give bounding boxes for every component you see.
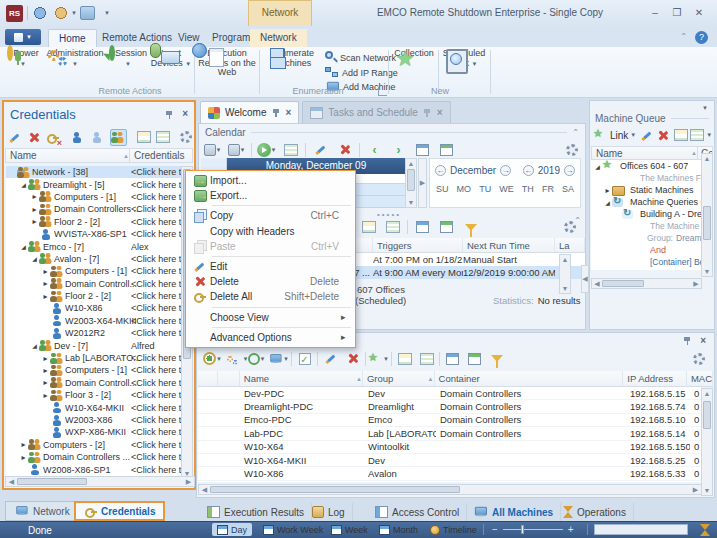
tree-node-credential[interactable]: <Click here t: [131, 180, 184, 190]
context-menu-item[interactable]: Import...: [186, 173, 355, 188]
session-action-button[interactable]: ▼: [247, 350, 266, 367]
tree-node-credential[interactable]: <Click here to: [131, 403, 184, 413]
credential-tree-row[interactable]: W2003-X86 <Click here to: [6, 414, 184, 426]
credential-tree-row[interactable]: W10-X64-MKII <Click here to: [6, 401, 184, 413]
new-occurrence-button[interactable]: ▼: [227, 141, 246, 158]
tree-expander-icon[interactable]: [19, 181, 28, 188]
tab-execution-results[interactable]: Execution Results: [200, 503, 312, 521]
administration-button[interactable]: Administration▼: [44, 49, 106, 69]
context-menu-item[interactable]: Copy Ctrl+C: [186, 208, 355, 223]
tree-node-credential[interactable]: <Click here t: [131, 316, 184, 326]
quick-access-screen-icon[interactable]: [80, 6, 95, 20]
credential-tree-row[interactable]: WXP-X86-MKII <Click here to: [6, 426, 184, 438]
view-user-button[interactable]: [70, 129, 85, 146]
next-month-icon[interactable]: →: [500, 165, 511, 176]
queue-view2-button[interactable]: [690, 127, 704, 144]
qat-overflow-icon[interactable]: ▼: [104, 10, 110, 16]
collapse-calendar-icon[interactable]: ⌃: [572, 128, 579, 137]
delete-queue-button[interactable]: [656, 127, 670, 144]
queue-tree-row[interactable]: The Machines Filter is not...: [591, 172, 701, 184]
tree-expander-icon[interactable]: [19, 453, 28, 462]
machine-action-button[interactable]: ▼: [269, 350, 288, 367]
tree-node-credential[interactable]: <Click here to: [131, 452, 184, 462]
delete-credential-button[interactable]: [27, 129, 41, 146]
column-header-name[interactable]: Name▲: [240, 371, 363, 386]
tab-log[interactable]: Log: [305, 503, 353, 521]
next-day-button[interactable]: ›: [389, 141, 408, 158]
credential-tree-row[interactable]: Domain Controll... <Click here to: [6, 377, 184, 389]
delete-task-button[interactable]: [335, 141, 354, 158]
column-header-last-run[interactable]: La: [555, 238, 585, 252]
pin-icon[interactable]: [272, 108, 281, 117]
credentials-hscrollbar[interactable]: ◀ ▶: [5, 476, 195, 487]
tree-expander-icon[interactable]: [30, 342, 39, 349]
credential-tree-row[interactable]: WVISTA-X86-SP1 <Click here t: [6, 228, 184, 240]
credential-tree-row[interactable]: Computers - [1] <Click here to: [6, 364, 184, 376]
view-month-button[interactable]: Month: [374, 523, 423, 536]
credential-tree-row[interactable]: W10-X86 <Click here t: [6, 302, 184, 314]
column-header-status[interactable]: [198, 371, 218, 386]
context-menu-item[interactable]: Edit: [186, 259, 355, 274]
enumerate-machines-button[interactable]: Enumerate Machines: [263, 49, 321, 68]
new-task-button[interactable]: ▼: [203, 141, 222, 158]
column-header-type[interactable]: [218, 371, 240, 386]
credential-tree-row[interactable]: Dreamlight - [5] <Click here t: [6, 178, 184, 190]
machine-row[interactable]: W10-X86 Avalon 192.168.5.33 0: [198, 467, 701, 480]
tab-network-panel[interactable]: Network: [5, 501, 79, 521]
column-header-name[interactable]: Name▲: [592, 147, 698, 159]
tree-expander-icon[interactable]: [41, 292, 50, 301]
zoom-in-icon[interactable]: +: [568, 524, 574, 535]
close-panel-icon[interactable]: ×: [182, 109, 188, 119]
machines-cal1-button[interactable]: [443, 350, 462, 367]
machines-view1-button[interactable]: [395, 350, 414, 367]
machine-row[interactable]: W10-X64 Wintoolkit 192.168.5.150 0: [198, 441, 701, 454]
view-week-button[interactable]: Week: [326, 523, 373, 536]
zoom-out-icon[interactable]: −: [492, 524, 498, 535]
credential-tree-row[interactable]: W2003-X64-MKIII <Click here t: [6, 315, 184, 327]
credential-tree-row[interactable]: Dev - [7] Alfred: [6, 339, 184, 351]
context-menu-item[interactable]: Choose View: [186, 310, 355, 325]
tree-expander-icon[interactable]: [19, 440, 28, 449]
credential-tree-row[interactable]: Domain Controll... <Click here t: [6, 278, 184, 290]
dayview-vscrollbar[interactable]: ▲ ▼: [405, 158, 417, 208]
machine-row[interactable]: Lab-PDC Lab [LABORATO... Domain Controll…: [198, 427, 701, 440]
tree-node-credential[interactable]: <Click here to: [131, 390, 184, 400]
input-devices-button[interactable]: Input Devices ▼: [150, 49, 192, 69]
credential-tree-row[interactable]: Network - [38] <Click here t: [6, 166, 184, 178]
column-header-triggers[interactable]: Triggers: [373, 238, 463, 252]
machines-view2-button[interactable]: [417, 350, 436, 367]
tree-node-credential[interactable]: <Click here to: [131, 353, 184, 363]
credential-tree-row[interactable]: Domain Controllers ... <Click here to: [6, 451, 184, 463]
task-list-button[interactable]: [281, 141, 300, 158]
machine-row[interactable]: Emco-PDC Emco Domain Controllers 192.168…: [198, 414, 701, 427]
column-header-group[interactable]: Group▲: [363, 371, 435, 386]
tree-node-credential[interactable]: <Click here t: [131, 328, 184, 338]
tree-expander-icon[interactable]: [593, 163, 602, 170]
tree-expander-icon[interactable]: [41, 366, 50, 375]
session-button[interactable]: Session▼: [108, 49, 148, 69]
right-splitter[interactable]: ◀: [581, 265, 589, 293]
prev-year-icon[interactable]: ←: [523, 165, 534, 176]
goto-today-button[interactable]: [413, 141, 432, 158]
pin-icon[interactable]: [683, 336, 692, 345]
tree-node-credential[interactable]: Alex: [131, 242, 184, 252]
machines-filter-button[interactable]: [487, 350, 506, 367]
tree-node-credential[interactable]: <Click here t: [131, 303, 184, 313]
tree-expander-icon[interactable]: [603, 199, 612, 206]
admin-action-button[interactable]: ▼: [225, 350, 244, 367]
delete-machine-button[interactable]: [343, 350, 362, 367]
view-compact-button[interactable]: [137, 129, 151, 146]
tasks-view1-button[interactable]: [359, 219, 378, 236]
tasks-filter-button[interactable]: [461, 219, 480, 236]
dropdown-arrow-icon[interactable]: ▼: [71, 10, 77, 16]
dayview-splitter[interactable]: ▶: [418, 158, 427, 208]
tree-node-credential[interactable]: <Click here t: [131, 279, 184, 289]
credential-tree-row[interactable]: Lab [LABORATO... <Click here to: [6, 352, 184, 364]
view-day-button[interactable]: Day: [212, 523, 252, 536]
edit-task-button[interactable]: [311, 141, 330, 158]
view-timeline-button[interactable]: Timeline: [425, 523, 482, 536]
tasks-vscrollbar[interactable]: ▲ ▼: [559, 254, 571, 294]
panel-menu-icon[interactable]: ▼: [702, 105, 708, 111]
check-button[interactable]: ✓: [295, 350, 314, 367]
maximize-button[interactable]: ❐: [667, 6, 687, 21]
